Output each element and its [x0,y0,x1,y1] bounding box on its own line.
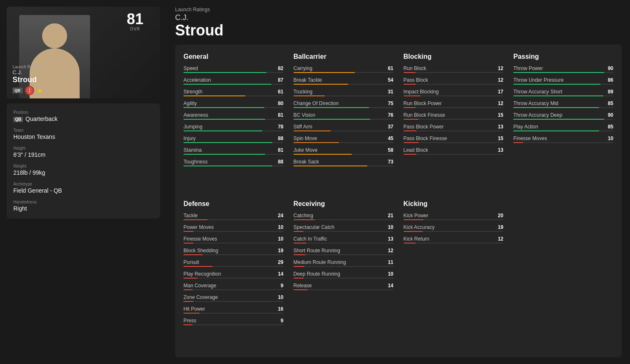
stat-name: Change Of Direction [294,100,339,106]
stat-name: Pass Block Power [404,124,444,130]
stat-bar-fill [183,266,213,267]
stat-top: Run Block Power 12 [404,100,504,107]
stat-bar [294,131,394,131]
stat-top: Injury 88 [183,136,284,142]
stat-row: Pass Block Power 13 [404,124,504,134]
stat-bar [183,313,284,314]
stat-value: 13 [388,236,393,242]
stat-value: 20 [498,213,503,218]
stat-bar [513,119,613,120]
stat-bar-fill [513,142,523,143]
stat-row: Acceleration 87 [183,77,284,87]
stat-name: Carrying [294,65,312,71]
stat-bar-fill [294,243,306,244]
stat-row: Throw Power 90 [513,65,613,75]
stat-top: Medium Route Running 11 [294,259,394,266]
stat-row: Jumping 78 [183,124,284,134]
stat-bar-fill [183,289,193,290]
page-label: Launch Ratings [175,7,622,13]
stat-value: 21 [388,213,393,218]
category-blocking: Blocking Run Block 12 Pass Block 12 Impa… [404,53,504,190]
stat-value: 88 [278,136,283,141]
stat-top: Toughness 88 [183,159,284,166]
ovr-badge: 81 OVR [127,12,143,31]
stat-value: 12 [498,77,503,83]
stat-bar-fill [404,95,421,96]
stat-bar [513,84,613,85]
stat-value: 86 [608,77,613,83]
stat-top: Trucking 31 [294,89,394,95]
right-panel: Launch Ratings C.J. Stroud General Speed… [167,0,630,364]
stat-top: Run Block 12 [404,65,504,72]
star-icon: ★ [37,87,43,95]
stat-value: 19 [498,224,503,230]
stat-name: Juke Move [294,147,318,153]
stat-bar [404,243,504,244]
stat-top: Play Recognition 14 [183,271,284,278]
stat-top: Strength 61 [183,89,284,95]
stat-row: Throw Accuracy Mid 85 [513,100,613,110]
stat-value: 58 [388,147,393,153]
stat-bar-fill [183,131,262,131]
stat-bar [513,72,613,73]
stat-name: Throw Accuracy Mid [513,100,558,106]
stat-name: Power Moves [183,224,214,230]
stat-bar-fill [183,119,265,120]
stat-bar-fill [183,278,198,279]
stat-top: Finesse Moves 10 [183,236,284,243]
stat-name: Run Block Finesse [404,112,445,118]
stat-bar [183,154,284,155]
stat-row: Pass Block 12 [404,77,504,87]
stat-top: Throw Power 90 [513,65,613,72]
left-panel: 81 OVR Launch Ratings C.J. Stroud QB ★ [0,0,167,364]
stat-bar-fill [183,142,272,143]
stat-value: 61 [388,65,393,71]
passing-stats: Throw Power 90 Throw Under Pressure 86 T… [513,65,613,147]
stat-bar [404,107,504,108]
stat-bar [294,142,394,143]
team-logo [25,86,34,95]
height-label: Height [13,146,153,151]
stat-row: Zone Coverage 10 [183,294,284,304]
player-card: 81 OVR Launch Ratings C.J. Stroud QB ★ [7,7,160,98]
stat-bar-fill [294,107,369,108]
stat-value: 13 [498,147,503,153]
category-kicking-title: Kicking [404,200,504,208]
stat-row: Run Block Finesse 15 [404,112,504,122]
stat-bar-fill [294,72,355,73]
stat-name: Injury [183,136,196,141]
stat-value: 85 [608,124,613,130]
stat-bar-fill [513,72,604,73]
category-ballcarrier: Ballcarrier Carrying 61 Break Tackle 54 … [294,53,394,190]
card-first-name: C.J. [13,69,43,75]
stat-row: Kick Accuracy 19 [404,224,504,234]
stat-top: Run Block Finesse 15 [404,112,504,119]
stat-top: Tackle 24 [183,213,284,219]
stat-row: Pass Block Finesse 15 [404,136,504,146]
team-value: Houston Texans [13,133,153,140]
stat-top: BC Vision 76 [294,112,394,119]
stat-value: 37 [388,124,393,130]
category-defense-title: Defense [183,200,284,208]
stat-bar [183,231,284,232]
stat-bar-fill [513,95,603,96]
stat-bar [294,107,394,108]
stat-row: Release 14 [294,283,394,293]
stat-value: 9 [281,283,284,289]
stat-bar [294,72,394,73]
stat-bar-fill [183,243,193,244]
stat-top: Break Sack 73 [294,159,394,166]
stat-row: Run Block 12 [404,65,504,75]
stat-top: Hit Power 16 [183,306,284,313]
stat-top: Finesse Moves 10 [513,136,613,142]
general-stats: Speed 82 Acceleration 87 Strength 61 [183,65,284,171]
ratings-grid: General Speed 82 Acceleration 87 Strengt… [175,45,622,357]
category-passing: Passing Throw Power 90 Throw Under Press… [513,53,613,190]
stat-value: 16 [278,306,283,312]
stat-name: Stiff Arm [294,124,312,130]
category-receiving: Receiving Catching 21 Spectacular Catch … [294,200,394,349]
category-general-title: General [183,53,284,60]
stat-top: Kick Accuracy 19 [404,224,504,231]
stat-value: 19 [278,248,283,254]
stat-name: Kick Power [404,213,429,218]
